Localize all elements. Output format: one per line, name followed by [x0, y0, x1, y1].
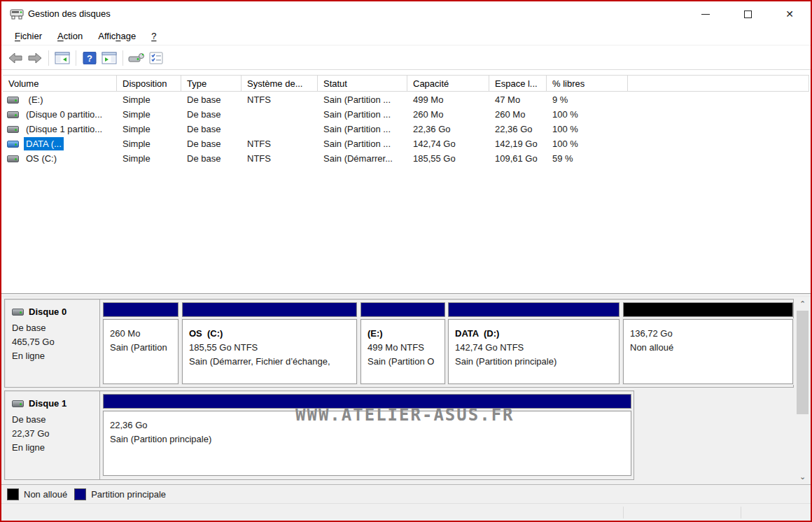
- disk-drive-icon: [10, 8, 24, 20]
- disk-info-disque1[interactable]: Disque 1 De base 22,37 Go En ligne: [5, 391, 100, 479]
- partition-name: (E:): [368, 327, 444, 341]
- partition-size: 142,74 Go NTFS: [455, 341, 619, 355]
- column-header-volume[interactable]: Volume: [3, 76, 117, 91]
- table-row-e[interactable]: (E:) Simple De base NTFS Sain (Partition…: [3, 92, 809, 107]
- partition-type-bar: [182, 302, 357, 317]
- cell-pct-libres: 59 %: [547, 153, 628, 164]
- disk-usage-icon: [128, 52, 145, 64]
- minimize-icon: [701, 14, 710, 15]
- partition-type-bar: [623, 302, 793, 317]
- partition-block-unallocated[interactable]: 136,72 Go Non alloué: [623, 302, 793, 386]
- scroll-down-icon[interactable]: ⌄: [796, 470, 809, 483]
- cell-type: De base: [181, 153, 241, 164]
- disk-management-window: Gestion des disques ✕ Fichier Action Aff…: [0, 0, 812, 522]
- legend-item-unallocated: Non alloué: [7, 488, 67, 500]
- cell-type: De base: [181, 109, 241, 120]
- column-header-capacite[interactable]: Capacité: [407, 76, 489, 91]
- disk-info-disque0[interactable]: Disque 0 De base 465,75 Go En ligne: [5, 299, 100, 387]
- partition-size: 185,55 Go NTFS: [189, 341, 356, 355]
- minimize-button[interactable]: [685, 1, 727, 27]
- column-header-disposition[interactable]: Disposition: [117, 76, 181, 91]
- properties-list-button[interactable]: [147, 49, 165, 67]
- volume-disk-icon: [7, 126, 19, 133]
- cell-pct-libres: 100 %: [547, 139, 628, 149]
- cell-disposition: Simple: [117, 124, 181, 134]
- menu-action[interactable]: Action: [50, 28, 90, 44]
- disk-usage-button[interactable]: [127, 49, 146, 67]
- legend-swatch-unallocated: [7, 488, 19, 500]
- column-header-espace-libre[interactable]: Espace l...: [489, 76, 547, 91]
- partition-block-os-c[interactable]: OS (C:) 185,55 Go NTFS Sain (Démarrer, F…: [182, 302, 357, 386]
- disk-row-disque0: Disque 0 De base 465,75 Go En ligne 260 …: [4, 299, 794, 388]
- disk-type: De base: [12, 321, 92, 335]
- maximize-icon: [744, 10, 752, 18]
- legend-label: Non alloué: [24, 489, 67, 500]
- disk-icon: [12, 309, 24, 316]
- partition-name: DATA (D:): [455, 327, 619, 341]
- menubar: Fichier Action Affichage ?: [1, 27, 811, 45]
- cell-systeme: NTFS: [241, 153, 318, 164]
- legend-item-primary-partition: Partition principale: [74, 488, 166, 500]
- menu-fichier[interactable]: Fichier: [7, 28, 50, 44]
- column-header-type[interactable]: Type: [181, 76, 241, 91]
- column-header-systeme[interactable]: Système de...: [241, 76, 318, 91]
- disk-name: Disque 0: [29, 306, 66, 317]
- partition-size: 499 Mo NTFS: [368, 341, 444, 355]
- forward-button[interactable]: [26, 49, 44, 67]
- partition-block-recovery[interactable]: 260 Mo Sain (Partition: [103, 302, 178, 386]
- statusbar-separator: [741, 507, 741, 519]
- show-console-tree-icon: [55, 52, 70, 64]
- close-icon: ✕: [785, 9, 794, 19]
- cell-systeme: NTFS: [241, 139, 318, 149]
- show-action-pane-icon: [102, 52, 117, 64]
- cell-espace-libre: 22,36 Go: [489, 124, 547, 134]
- cell-systeme: NTFS: [241, 94, 318, 105]
- partition-type-bar: [103, 302, 178, 317]
- help-button[interactable]: ?: [80, 49, 99, 67]
- help-icon: ?: [83, 52, 97, 64]
- disk-status: En ligne: [12, 441, 92, 455]
- table-row-os-c[interactable]: OS (C:) Simple De base NTFS Sain (Démarr…: [3, 151, 809, 166]
- table-row-disque0-partition[interactable]: (Disque 0 partitio... Simple De base Sai…: [3, 107, 809, 122]
- vertical-scrollbar[interactable]: ⌃ ⌄: [796, 297, 809, 483]
- table-row-disque1-partition[interactable]: (Disque 1 partitio... Simple De base Sai…: [3, 122, 809, 136]
- cell-statut: Sain (Partition ...: [318, 139, 407, 149]
- show-console-tree-button[interactable]: [53, 49, 71, 67]
- menu-affichage[interactable]: Affichage: [90, 28, 144, 44]
- disk-size: 465,75 Go: [12, 335, 92, 349]
- menu-help[interactable]: ?: [144, 28, 164, 44]
- cell-pct-libres: 100 %: [547, 109, 628, 120]
- back-button[interactable]: [6, 49, 24, 67]
- legend-swatch-primary: [74, 488, 86, 500]
- cell-espace-libre: 260 Mo: [489, 109, 547, 120]
- statusbar: [1, 503, 811, 521]
- column-header-statut[interactable]: Statut: [318, 76, 407, 91]
- scrollbar-thumb[interactable]: [797, 311, 808, 414]
- maximize-button[interactable]: [727, 1, 769, 27]
- volume-disk-icon: [7, 141, 19, 148]
- cell-espace-libre: 47 Mo: [489, 94, 547, 105]
- partition-status: Sain (Partition: [110, 341, 178, 355]
- scroll-up-icon[interactable]: ⌃: [796, 297, 809, 310]
- volume-disk-icon: [7, 97, 19, 104]
- cell-disposition: Simple: [117, 153, 181, 164]
- svg-text:?: ?: [87, 53, 92, 64]
- volume-name: OS (C:): [24, 152, 59, 165]
- partition-status: Sain (Partition principale): [110, 432, 631, 446]
- cell-statut: Sain (Partition ...: [318, 109, 407, 120]
- cell-capacite: 185,55 Go: [407, 153, 489, 164]
- volume-name: (E:): [24, 93, 46, 106]
- cell-capacite: 260 Mo: [407, 109, 489, 120]
- partition-block-data-d[interactable]: DATA (D:) 142,74 Go NTFS Sain (Partition…: [448, 302, 620, 386]
- table-row-data-selected[interactable]: DATA (... Simple De base NTFS Sain (Part…: [3, 136, 809, 151]
- toolbar-separator: [122, 50, 123, 66]
- toolbar-separator: [76, 50, 76, 66]
- show-action-pane-button[interactable]: [100, 49, 118, 67]
- volume-list-header: Volume Disposition Type Système de... St…: [3, 75, 809, 92]
- partition-block-e[interactable]: (E:) 499 Mo NTFS Sain (Partition O: [360, 302, 445, 386]
- cell-disposition: Simple: [117, 94, 181, 105]
- close-button[interactable]: ✕: [769, 1, 811, 27]
- column-header-pct-libres[interactable]: % libres: [547, 76, 628, 91]
- partition-type-bar: [360, 302, 445, 317]
- column-header-filler: [628, 76, 809, 91]
